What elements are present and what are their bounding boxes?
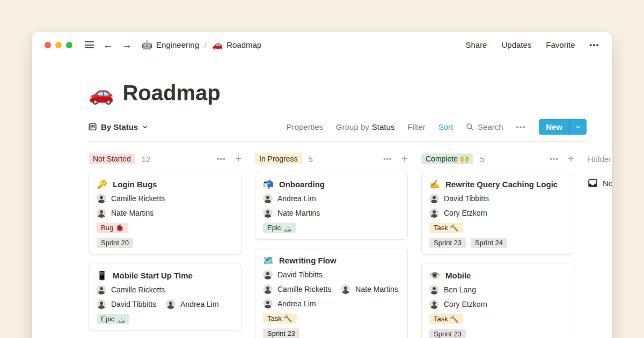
updates-button[interactable]: Updates xyxy=(501,40,531,49)
board-card[interactable]: 🗺️Rewriting FlowDavid TibbittsCamille Ri… xyxy=(255,248,408,338)
notion-window: ← → 🤖 Engineering / 🚗 Roadmap Share Upda… xyxy=(32,32,612,338)
card-tag-row: Task 🔨 xyxy=(263,313,400,324)
forward-arrow-icon[interactable]: → xyxy=(118,40,136,50)
traffic-light-close-button[interactable] xyxy=(45,42,51,48)
person-name: Cory Etzkorn xyxy=(444,300,487,308)
tag-yellow: Task 🔨 xyxy=(429,314,463,324)
person-chip: Camille Ricketts xyxy=(263,284,331,294)
person-name: David Tibbitts xyxy=(111,300,156,308)
avatar xyxy=(429,208,439,218)
view-switcher[interactable]: By Status xyxy=(89,122,148,131)
kanban-board: Not Started12•••+🔑Login BugsCamille Rick… xyxy=(32,142,612,338)
person-name: Nate Martins xyxy=(111,209,153,217)
card-title-text: Mobile Start Up Time xyxy=(113,271,193,280)
person-chip: Cory Etzkorn xyxy=(429,299,487,309)
back-arrow-icon[interactable]: ← xyxy=(99,40,118,50)
tag-gray: Sprint 23 xyxy=(263,328,299,338)
share-button[interactable]: Share xyxy=(465,40,487,49)
column-more-icon[interactable]: ••• xyxy=(550,155,559,163)
sidebar-menu-icon[interactable] xyxy=(85,41,94,48)
toolbar-actions: Properties Group byStatus Filter Sort Se… xyxy=(287,119,587,135)
traffic-light-zoom-button[interactable] xyxy=(66,42,72,48)
card-person-row: David TibbittsAndrea Lim xyxy=(97,299,233,309)
board-card[interactable]: 🔑Login BugsCamille RickettsNate MartinsB… xyxy=(89,172,241,255)
board-column-hidden: HiddenNo Status xyxy=(588,150,612,188)
inbox-icon xyxy=(588,178,598,188)
breadcrumb: 🤖 Engineering / 🚗 Roadmap xyxy=(142,40,261,50)
avatar xyxy=(341,284,350,294)
board-column-complete: Complete 🙌5•••+✍️Rewrite Query Caching L… xyxy=(421,150,574,338)
person-chip: Camille Ricketts xyxy=(97,194,165,203)
column-add-icon[interactable]: + xyxy=(401,154,408,164)
board-card[interactable]: 📱Mobile Start Up TimeCamille RickettsDav… xyxy=(89,263,241,331)
breadcrumb-page[interactable]: 🚗 Roadmap xyxy=(212,40,261,50)
new-button[interactable]: New xyxy=(539,119,587,135)
column-more-icon[interactable]: ••• xyxy=(217,155,226,163)
person-name: Camille Ricketts xyxy=(111,194,165,203)
card-tag-row: Sprint 23 xyxy=(263,328,400,338)
column-add-icon[interactable]: + xyxy=(235,154,241,164)
card-tag-row: Sprint 20 xyxy=(97,238,233,248)
person-chip: Nate Martins xyxy=(263,208,320,218)
card-tag-row: Task 🔨 xyxy=(429,223,566,233)
column-status-pill[interactable]: Complete 🙌 xyxy=(421,153,473,164)
more-options-icon[interactable]: ••• xyxy=(590,41,599,49)
avatar xyxy=(263,208,273,218)
group-by-button[interactable]: Group byStatus xyxy=(336,122,394,131)
avatar xyxy=(263,270,273,280)
view-switcher-label: By Status xyxy=(101,122,138,131)
column-status-pill[interactable]: Not Started xyxy=(89,153,135,164)
person-name: Camille Ricketts xyxy=(111,285,165,294)
card-tag-row: Sprint 23Sprint 24 xyxy=(429,238,566,248)
group-by-prefix: Group by xyxy=(336,122,369,131)
card-title-row: 📬Onboarding xyxy=(263,180,400,189)
filter-button[interactable]: Filter xyxy=(407,122,425,131)
column-add-icon[interactable]: + xyxy=(568,154,574,164)
avatar xyxy=(97,299,106,309)
card-emoji-icon: ✍️ xyxy=(429,180,440,189)
card-person-row: Ben Lang xyxy=(429,285,566,295)
card-title-text: Rewrite Query Caching Logic xyxy=(445,180,558,189)
person-name: Andrea Lim xyxy=(277,299,316,308)
traffic-light-minimize-button[interactable] xyxy=(55,42,62,48)
breadcrumb-page-label: Roadmap xyxy=(226,40,261,49)
board-card[interactable]: ✍️Rewrite Query Caching LogicDavid Tibbi… xyxy=(421,172,574,255)
person-name: Andrea Lim xyxy=(180,300,219,308)
board-card[interactable]: 📬OnboardingAndrea LimNate MartinsEpic 🏔️ xyxy=(255,172,408,240)
column-more-icon[interactable]: ••• xyxy=(383,155,392,163)
search-button[interactable]: Search xyxy=(466,122,503,131)
card-emoji-icon: 👁️ xyxy=(429,271,440,280)
tag-gray: Sprint 23 xyxy=(429,238,466,248)
card-tag-row: Epic 🏔️ xyxy=(263,223,400,233)
person-name: Nate Martins xyxy=(277,209,320,217)
column-header: Complete 🙌5•••+ xyxy=(421,153,574,164)
breadcrumb-workspace[interactable]: 🤖 Engineering xyxy=(142,40,199,50)
person-chip: Ben Lang xyxy=(429,285,476,295)
group-by-value: Status xyxy=(372,122,395,131)
favorite-button[interactable]: Favorite xyxy=(546,40,575,49)
sort-button[interactable]: Sort xyxy=(438,122,453,131)
hidden-group-no-status[interactable]: No Status xyxy=(588,178,612,188)
card-person-row: Cory Etzkorn xyxy=(429,208,566,218)
card-person-row: Nate Martins xyxy=(97,208,233,218)
avatar xyxy=(263,299,273,308)
tag-red: Bug 🐞 xyxy=(97,223,128,233)
board-column-not-started: Not Started12•••+🔑Login BugsCamille Rick… xyxy=(89,150,241,338)
person-chip: Andrea Lim xyxy=(263,194,316,203)
new-button-chevron-down-icon[interactable] xyxy=(570,119,587,135)
card-tag-row: Task 🔨 xyxy=(429,314,566,324)
avatar xyxy=(429,285,439,295)
search-label: Search xyxy=(478,122,503,131)
person-name: David Tibbitts xyxy=(444,194,489,203)
column-count: 5 xyxy=(480,155,484,164)
tag-green: Epic 🏔️ xyxy=(263,223,296,233)
column-status-pill[interactable]: In Progress xyxy=(255,153,302,164)
hidden-groups-label[interactable]: Hidden xyxy=(588,155,612,164)
new-button-label[interactable]: New xyxy=(539,119,569,135)
properties-button[interactable]: Properties xyxy=(287,122,323,131)
avatar xyxy=(429,299,439,309)
card-title-text: Mobile xyxy=(445,271,471,280)
toolbar-more-options-icon[interactable]: ••• xyxy=(516,123,526,131)
card-title-row: 📱Mobile Start Up Time xyxy=(97,271,233,280)
board-card[interactable]: 👁️MobileBen LangCory EtzkornTask 🔨Sprint… xyxy=(421,263,574,338)
